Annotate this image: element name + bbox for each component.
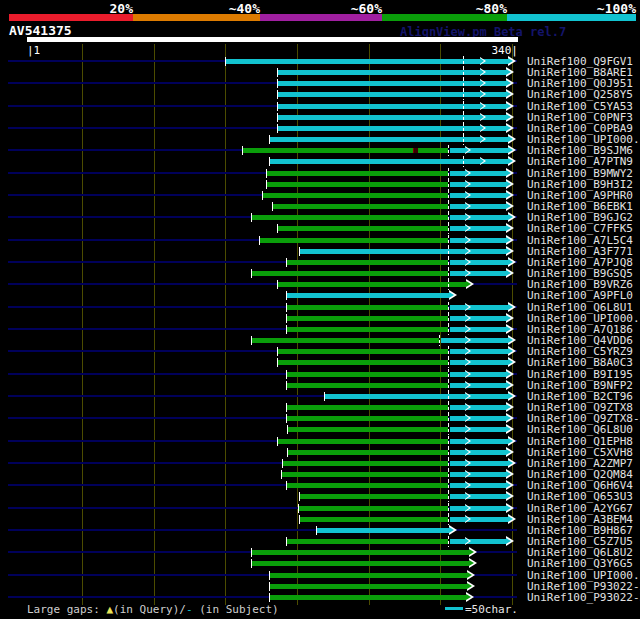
- hit-label[interactable]: UniRef100_B8A0C3: [527, 357, 633, 368]
- hit-bar-segment[interactable]: [287, 316, 448, 321]
- hit-bar-segment[interactable]: [450, 193, 507, 198]
- hit-bar-segment[interactable]: [450, 461, 509, 466]
- hit-bar-segment[interactable]: [252, 561, 470, 566]
- hit-end-arrow-icon: [506, 69, 511, 75]
- hit-start-tick: [286, 291, 287, 300]
- hit-bar-segment[interactable]: [450, 226, 507, 231]
- hit-bar-segment[interactable]: [278, 439, 448, 444]
- hit-bar-segment[interactable]: [270, 595, 467, 600]
- hit-bar-segment[interactable]: [287, 372, 448, 377]
- hit-label[interactable]: UniRef100_C7FFK5: [527, 223, 633, 234]
- hit-bar-segment[interactable]: [300, 517, 448, 522]
- hit-bar-segment[interactable]: [450, 238, 507, 243]
- hit-bar-segment[interactable]: [287, 539, 448, 544]
- hit-bar-segment[interactable]: [270, 159, 509, 164]
- hit-bar-segment[interactable]: [287, 405, 448, 410]
- hit-bar-segment[interactable]: [450, 439, 509, 444]
- hit-bar-segment[interactable]: [287, 260, 448, 265]
- hit-bar-segment[interactable]: [283, 461, 448, 466]
- hit-bar-segment[interactable]: [450, 383, 507, 388]
- hit-bar-segment[interactable]: [450, 327, 507, 332]
- hit-bar-segment[interactable]: [450, 472, 507, 477]
- hit-end-arrow-icon: [506, 505, 511, 511]
- scale-legend-line: [445, 607, 463, 610]
- hit-bar-segment[interactable]: [450, 427, 507, 432]
- hit-bar-segment[interactable]: [299, 506, 448, 511]
- gap-arrow-icon: [465, 505, 469, 511]
- hit-bar-segment[interactable]: [450, 305, 509, 310]
- hit-bar-segment[interactable]: [278, 92, 507, 97]
- hit-bar-segment[interactable]: [450, 517, 509, 522]
- hit-bar-segment[interactable]: [278, 115, 507, 120]
- hit-bar-segment[interactable]: [252, 338, 439, 343]
- hit-bar-segment[interactable]: [287, 305, 448, 310]
- hit-bar-segment[interactable]: [278, 349, 448, 354]
- hit-bar-segment[interactable]: [270, 573, 468, 578]
- hit-end-arrow-icon: [508, 393, 513, 399]
- hit-bar-segment[interactable]: [450, 405, 507, 410]
- hit-bar-segment[interactable]: [287, 327, 448, 332]
- hit-bar-segment[interactable]: [278, 282, 467, 287]
- hit-label[interactable]: UniRef100_P93022-3: [527, 592, 640, 603]
- hit-label[interactable]: UniRef100_Q3Y6G5: [527, 558, 633, 569]
- hit-bar-segment[interactable]: [288, 427, 448, 432]
- hit-bar-segment[interactable]: [278, 70, 507, 75]
- gap-arrow-icon: [465, 538, 469, 544]
- hit-bar-segment[interactable]: [252, 271, 448, 276]
- hit-bar-segment[interactable]: [287, 483, 448, 488]
- hit-label[interactable]: UniRef100_Q653U3: [527, 491, 633, 502]
- hit-bar-segment[interactable]: [450, 215, 509, 220]
- hit-label[interactable]: UniRef100_A7PTN9: [527, 156, 633, 167]
- hit-bar-segment[interactable]: [450, 539, 507, 544]
- gap-mark: [463, 78, 464, 89]
- hit-bar-segment[interactable]: [278, 126, 507, 131]
- hit-bar-segment[interactable]: [287, 383, 448, 388]
- hit-bar-segment[interactable]: [300, 494, 448, 499]
- hit-label[interactable]: UniRef100_Q6L8U0: [527, 424, 633, 435]
- hit-bar-segment[interactable]: [278, 226, 448, 231]
- hit-bar-segment[interactable]: [325, 394, 509, 399]
- hit-end-arrow-icon: [506, 270, 511, 276]
- hit-bar-segment[interactable]: [270, 584, 468, 589]
- hit-bar-segment[interactable]: [450, 171, 507, 176]
- hit-bar-segment[interactable]: [288, 450, 448, 455]
- hit-bar-segment[interactable]: [450, 349, 509, 354]
- hit-bar-segment[interactable]: [226, 59, 509, 64]
- hit-bar-segment[interactable]: [450, 204, 507, 209]
- hit-bar-segment[interactable]: [450, 483, 507, 488]
- hit-bar-segment[interactable]: [252, 550, 470, 555]
- hit-end-arrow-icon: [506, 237, 511, 243]
- hit-bar-segment[interactable]: [441, 338, 509, 343]
- hit-bar-segment[interactable]: [270, 137, 509, 142]
- hit-bar-segment[interactable]: [287, 416, 448, 421]
- hit-bar-segment[interactable]: [273, 204, 448, 209]
- gap-mark: [448, 458, 449, 469]
- hit-bar-segment[interactable]: [450, 372, 507, 377]
- hit-bar-segment[interactable]: [282, 472, 448, 477]
- hit-bar-segment[interactable]: [450, 416, 507, 421]
- hit-label[interactable]: UniRef100_Q258Y5: [527, 89, 633, 100]
- hit-bar-segment[interactable]: [263, 193, 448, 198]
- hit-bar-segment[interactable]: [278, 360, 448, 365]
- hit-bar-segment[interactable]: [260, 238, 448, 243]
- hit-bar-segment[interactable]: [300, 249, 507, 254]
- hit-bar-segment[interactable]: [278, 104, 507, 109]
- hit-bar-segment[interactable]: [450, 316, 507, 321]
- hit-bar-segment[interactable]: [287, 293, 450, 298]
- hit-bar-segment[interactable]: [450, 182, 507, 187]
- subject-gap-mark: [413, 148, 418, 153]
- hit-bar-segment[interactable]: [317, 528, 450, 533]
- hit-bar-segment[interactable]: [278, 81, 507, 86]
- hit-bar-segment[interactable]: [252, 215, 448, 220]
- hit-label[interactable]: UniRef100_A9PFL0: [527, 290, 633, 301]
- hit-bar-segment[interactable]: [450, 271, 507, 276]
- hit-bar-segment[interactable]: [450, 506, 507, 511]
- hit-bar-segment[interactable]: [450, 494, 507, 499]
- hit-bar-segment[interactable]: [267, 171, 448, 176]
- hit-bar-segment[interactable]: [267, 182, 448, 187]
- hit-bar-segment[interactable]: [450, 260, 509, 265]
- hit-bar-segment[interactable]: [450, 360, 509, 365]
- gap-mark: [448, 413, 449, 424]
- hit-bar-segment[interactable]: [450, 450, 507, 455]
- hit-bar-segment[interactable]: [450, 148, 509, 153]
